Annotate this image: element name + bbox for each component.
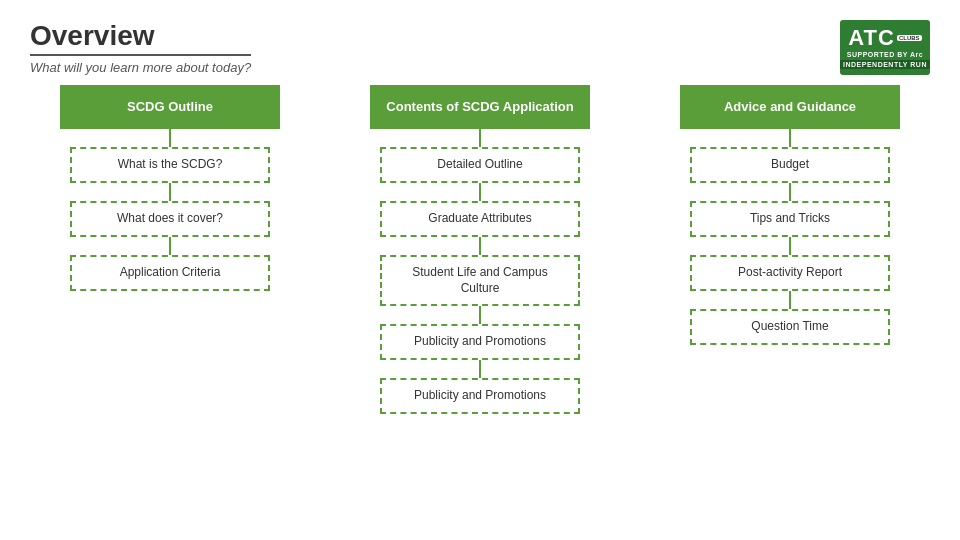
col2-item-5: Publicity and Promotions — [380, 378, 580, 414]
page-subtitle: What will you learn more about today? — [30, 60, 251, 75]
col1-header: SCDG Outline — [60, 85, 280, 129]
column-advice: Advice and Guidance Budget Tips and Tric… — [650, 85, 930, 345]
col3-vline1 — [789, 129, 791, 147]
col1-vline3 — [169, 237, 171, 255]
logo-independent: INDEPENDENTLY RUN — [840, 60, 930, 69]
col3-item-3: Post-activity Report — [690, 255, 890, 291]
col2-item-4: Publicity and Promotions — [380, 324, 580, 360]
column-scdg-outline: SCDG Outline What is the SCDG? What does… — [30, 85, 310, 291]
page-header: Overview What will you learn more about … — [30, 20, 930, 75]
col2-vline5 — [479, 360, 481, 378]
col2-vline3 — [479, 237, 481, 255]
col2-item-3: Student Life and Campus Culture — [380, 255, 580, 306]
col2-item-1: Detailed Outline — [380, 147, 580, 183]
col1-item-3: Application Criteria — [70, 255, 270, 291]
col1-vline2 — [169, 183, 171, 201]
col2-vline1 — [479, 129, 481, 147]
page-title: Overview — [30, 20, 251, 56]
col3-vline3 — [789, 237, 791, 255]
col2-vline4 — [479, 306, 481, 324]
header-text: Overview What will you learn more about … — [30, 20, 251, 75]
col2-header: Contents of SCDG Application — [370, 85, 590, 129]
col2-vline2 — [479, 183, 481, 201]
logo: ATC CLUBS SUPPORTED BY Arc INDEPENDENTLY… — [840, 20, 930, 75]
col1-item-2: What does it cover? — [70, 201, 270, 237]
col3-item-2: Tips and Tricks — [690, 201, 890, 237]
logo-letters: ATC — [848, 27, 895, 49]
col3-item-4: Question Time — [690, 309, 890, 345]
col3-vline4 — [789, 291, 791, 309]
col3-vline2 — [789, 183, 791, 201]
col3-header: Advice and Guidance — [680, 85, 900, 129]
col3-item-1: Budget — [690, 147, 890, 183]
col1-item-1: What is the SCDG? — [70, 147, 270, 183]
page: Overview What will you learn more about … — [0, 0, 960, 540]
col1-vline1 — [169, 129, 171, 147]
logo-supported: SUPPORTED BY Arc — [847, 51, 923, 58]
col2-item-2: Graduate Attributes — [380, 201, 580, 237]
logo-area: ATC CLUBS SUPPORTED BY Arc INDEPENDENTLY… — [840, 20, 930, 75]
main-columns: SCDG Outline What is the SCDG? What does… — [30, 85, 930, 414]
logo-clubs: CLUBS — [897, 35, 922, 41]
column-contents: Contents of SCDG Application Detailed Ou… — [340, 85, 620, 414]
